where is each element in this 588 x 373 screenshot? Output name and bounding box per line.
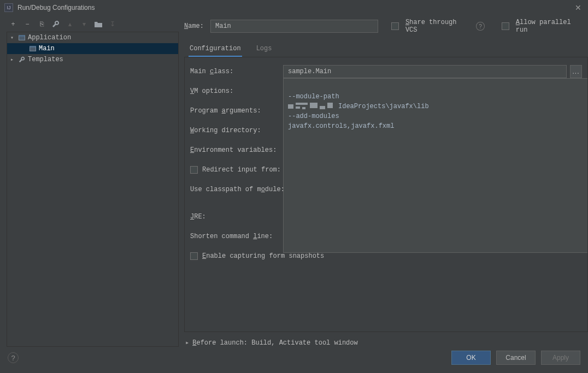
config-toolbar: + − ⎘ ▴ ▾ ↧	[7, 19, 179, 32]
config-tree[interactable]: ▾ Application Main ▸ Templates	[7, 32, 179, 347]
vm-line-3: --add-modules	[288, 113, 339, 120]
sort-button[interactable]: ↧	[108, 20, 117, 28]
vm-line-2: IdeaProjects\javafx\lib	[338, 103, 429, 110]
cancel-button[interactable]: Cancel	[496, 351, 536, 365]
main-class-label: Main class:	[190, 68, 283, 75]
row-main-class: Main class: ...	[190, 64, 582, 79]
before-launch-label: Before launch: Build, Activate tool wind…	[192, 339, 357, 347]
help-button[interactable]: ?	[8, 352, 19, 363]
main-class-input[interactable]	[283, 65, 567, 78]
shorten-label: Shorten command line:	[190, 233, 273, 240]
share-checkbox[interactable]	[391, 22, 399, 30]
right-column: Name: Share through VCS ? Allow parallel…	[184, 19, 588, 347]
application-node-icon	[29, 45, 37, 52]
tree-label: Application	[28, 34, 71, 42]
program-args-label: Program arguments:	[190, 107, 283, 115]
footer: ? OK Cancel Apply	[0, 347, 588, 369]
move-up-button[interactable]: ▴	[66, 20, 74, 28]
tab-configuration[interactable]: Configuration	[189, 42, 242, 57]
enable-snapshots-checkbox[interactable]	[190, 252, 198, 260]
enable-snapshots-label: Enable capturing form snapshots	[202, 252, 324, 260]
redirect-label: Redirect input from:	[202, 166, 281, 174]
vm-options-label: VM options:	[190, 87, 283, 95]
browse-main-class-button[interactable]: ...	[570, 65, 582, 78]
allow-parallel-label: Allow parallel run	[516, 19, 584, 34]
working-dir-label: Working directory:	[190, 127, 283, 134]
allow-parallel-checkbox[interactable]	[502, 22, 509, 30]
expand-arrow-icon: ▾	[10, 34, 16, 41]
env-vars-label: Environment variables:	[190, 146, 283, 154]
close-icon[interactable]: ✕	[573, 2, 584, 13]
redirect-checkbox[interactable]	[190, 166, 198, 174]
wrench-icon	[18, 56, 26, 63]
before-launch-row[interactable]: ▸ Before launch: Build, Activate tool wi…	[184, 339, 588, 347]
tabs: Configuration Logs	[184, 42, 588, 57]
form-area: Main class: ... VM options: Program argu…	[184, 57, 588, 332]
copy-button[interactable]: ⎘	[37, 20, 46, 28]
ok-button[interactable]: OK	[451, 351, 491, 365]
name-label: Name:	[184, 22, 204, 30]
wrench-icon	[52, 20, 60, 28]
move-down-button[interactable]: ▾	[80, 20, 89, 28]
add-button[interactable]: +	[9, 20, 17, 28]
collapse-arrow-icon: ▸	[10, 56, 16, 63]
folder-icon	[95, 21, 102, 27]
classpath-label: Use classpath of module:	[190, 186, 285, 193]
vm-line-4: javafx.controls,javafx.fxml	[288, 122, 394, 130]
jre-label: JRE:	[190, 213, 283, 221]
collapse-arrow-icon: ▸	[185, 339, 189, 347]
app-icon: IJ	[4, 3, 13, 12]
tree-label: Templates	[28, 56, 63, 63]
name-input[interactable]	[210, 20, 378, 33]
folder-button[interactable]	[94, 20, 103, 28]
share-label: Share through VCS	[405, 19, 469, 34]
help-icon[interactable]: ?	[476, 22, 484, 31]
content: + − ⎘ ▴ ▾ ↧ ▾ Application	[0, 15, 588, 373]
apply-button[interactable]: Apply	[541, 351, 580, 365]
name-row: Name: Share through VCS ? Allow parallel…	[184, 19, 588, 34]
edit-defaults-button[interactable]	[51, 20, 60, 28]
tree-node-main[interactable]: Main	[7, 43, 178, 54]
tree-node-application[interactable]: ▾ Application	[7, 32, 178, 43]
redacted-path-icon	[288, 103, 335, 110]
application-node-icon	[18, 34, 26, 42]
tree-node-templates[interactable]: ▸ Templates	[7, 54, 178, 65]
vm-options-textarea[interactable]: --module-path IdeaProjects\javafx\lib --…	[283, 78, 588, 253]
vm-line-1: --module-path	[288, 93, 339, 100]
tree-label: Main	[39, 45, 55, 52]
tab-logs[interactable]: Logs	[255, 42, 273, 57]
remove-button[interactable]: −	[23, 20, 32, 28]
window-title: Run/Debug Configurations	[17, 4, 95, 11]
titlebar: IJ Run/Debug Configurations ✕	[0, 0, 588, 15]
left-column: + − ⎘ ▴ ▾ ↧ ▾ Application	[7, 19, 179, 347]
